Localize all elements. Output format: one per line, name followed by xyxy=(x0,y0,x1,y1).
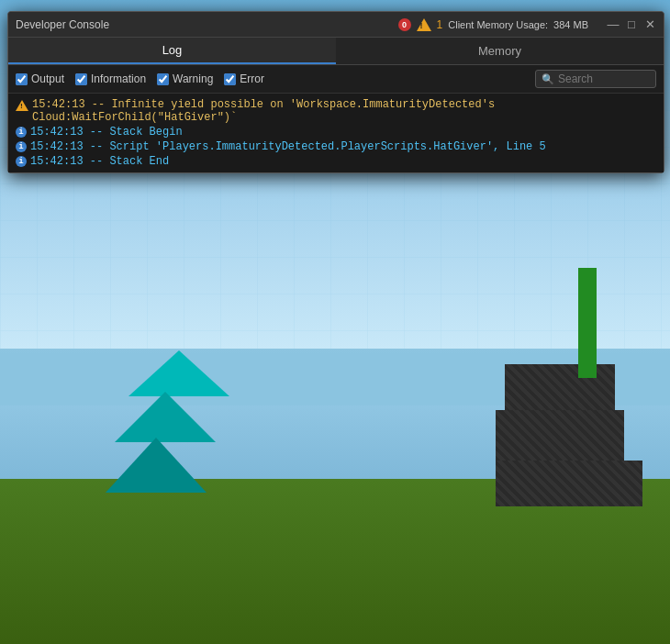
log-text-2: 15:42:13 -- Script 'Players.ImmaturityDe… xyxy=(30,140,546,153)
log-line-3: i 15:42:13 -- Stack End xyxy=(16,154,656,169)
close-button[interactable]: ✕ xyxy=(643,18,656,31)
filter-output[interactable]: Output xyxy=(16,72,64,85)
title-icons: 0 1 Client Memory Usage: 384 MB xyxy=(398,18,588,31)
triangle-1 xyxy=(128,350,229,396)
window-title: Developer Console xyxy=(16,18,398,31)
log-line-2: i 15:42:13 -- Script 'Players.Immaturity… xyxy=(16,139,656,154)
filter-error[interactable]: Error xyxy=(224,72,264,85)
log-line-0: 15:42:13 -- Infinite yield possible on '… xyxy=(16,97,656,125)
green-pole xyxy=(578,268,597,378)
filter-information[interactable]: Information xyxy=(75,72,146,85)
log-text-0: 15:42:13 -- Infinite yield possible on '… xyxy=(32,98,656,124)
memory-value: 384 MB xyxy=(553,19,588,30)
triangle-3 xyxy=(106,438,207,493)
restore-button[interactable]: □ xyxy=(625,18,638,31)
log-content: 15:42:13 -- Infinite yield possible on '… xyxy=(8,94,664,172)
filter-bar: Output Information Warning Error 🔍 xyxy=(8,65,664,94)
warning-count: 1 xyxy=(437,18,443,31)
log-text-1: 15:42:13 -- Stack Begin xyxy=(30,126,183,139)
info-icon-3: i xyxy=(16,156,27,167)
tab-memory[interactable]: Memory xyxy=(336,38,664,64)
info-icon-1: i xyxy=(16,127,27,138)
error-count-badge: 0 xyxy=(398,18,411,31)
output-checkbox[interactable] xyxy=(16,73,28,85)
window-controls: — □ ✕ xyxy=(607,18,656,31)
warning-icon xyxy=(417,18,431,31)
filter-warning[interactable]: Warning xyxy=(157,72,213,85)
log-line-1: i 15:42:13 -- Stack Begin xyxy=(16,125,656,139)
log-text-3: 15:42:13 -- Stack End xyxy=(30,155,169,168)
search-box[interactable]: 🔍 xyxy=(535,70,656,88)
minimize-button[interactable]: — xyxy=(607,18,620,31)
platform-step-3 xyxy=(496,461,642,506)
platform-step-1 xyxy=(505,364,615,410)
error-checkbox[interactable] xyxy=(224,73,236,85)
title-bar: Developer Console 0 1 Client Memory Usag… xyxy=(8,12,664,38)
tab-log[interactable]: Log xyxy=(8,38,336,64)
search-input[interactable] xyxy=(558,72,650,85)
information-checkbox[interactable] xyxy=(75,73,87,85)
tab-bar: Log Memory xyxy=(8,38,664,65)
memory-label: Client Memory Usage: xyxy=(448,19,548,30)
warning-checkbox[interactable] xyxy=(157,73,169,85)
search-icon: 🔍 xyxy=(542,73,554,85)
developer-console: Developer Console 0 1 Client Memory Usag… xyxy=(7,11,664,173)
warning-icon-small xyxy=(16,100,28,111)
platform-right xyxy=(496,364,642,506)
triangle-2 xyxy=(115,392,216,442)
platform-step-2 xyxy=(496,410,624,461)
teal-triangles xyxy=(128,350,229,488)
info-icon-2: i xyxy=(16,141,27,152)
